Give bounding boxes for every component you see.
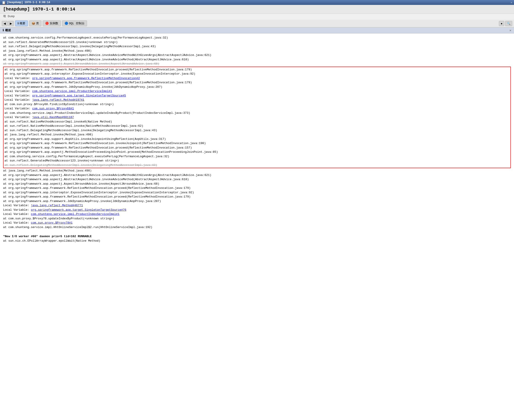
stack-line: Local Variable: com.shunteng.service.imp… [3,212,511,217]
stack-line: at org.springframework.aop.framework.Ref… [4,80,510,85]
local-var-prefix: Local Variable: [4,107,32,110]
local-var-link[interactable]: org.springframework.aop.framework.Reflec… [32,77,140,80]
stack-line: at sun.reflect.NativeMethodAccessorImpl.… [4,124,510,128]
nav-arrows: ◀ ▶ [2,21,14,26]
stack-line: at org.springframework.aop.framework.Jdk… [4,85,510,89]
local-var-link[interactable]: com.sun.proxy.$Proxy68#1 [32,107,74,110]
overview-button[interactable]: ℹ 概要 [15,21,28,26]
blank-line [3,229,511,231]
content-area[interactable]: at com.shunteng.service.config.Performan… [0,33,514,420]
search-button[interactable]: 🔍 [505,21,512,26]
stack-line: at com.sun.proxy.$Proxy78.updateIndexByP… [3,217,511,221]
window-icon: 📋 [2,1,6,4]
stack-line: at java.lang.reflect.Method.invoke(Metho… [3,49,511,53]
title-bar: 📋 [heapdump] 1970-1-1 8:00:14 ✕ [0,0,514,5]
section-icon: ℹ [3,29,4,32]
highlighted-block: at org.springframework.aop.framework.Ref… [3,67,511,168]
stack-line: Local Variable: org.springframework.aop.… [3,208,511,212]
instance-label: 实例数 [50,21,58,25]
class-label: 类 [36,21,39,25]
stack-line: at org.springframework.aop.aspectj.Abstr… [3,57,511,62]
local-var-prefix: Local Variable: [4,90,32,93]
local-var-link[interactable]: java.lang.reflect.Method#19741 [32,98,84,102]
stack-line: at org.springframework.aop.aspectj.Abstr… [3,53,511,57]
stack-line: Local Variable: org.springframework.aop.… [4,76,510,81]
class-icon: 📦 [32,22,35,25]
local-var-link[interactable]: java.lang.reflect.Method#46771 [31,204,83,207]
local-var-link[interactable]: com.shunteng.service.impl.ProductService… [32,90,112,93]
stack-line: at org.springframework.aop.aspectj.Metho… [4,150,510,154]
stack-line: at sun.nio.ch.EPollArrayWrapper.epollWai… [3,239,511,243]
stack-line: Local Variable: com.sun.proxy.$Proxy68#1 [4,106,510,111]
oql-button[interactable]: 🔵 OQL 控制台 [62,21,87,26]
stack-line: at org.springframework.aop.aspectj.Abstr… [3,173,511,178]
stack-line: Local Variable: org.springframework.aop.… [4,94,510,98]
title-bar-text: [heapdump] 1970-1-1 8:00:14 [7,1,50,4]
stack-line: at sun.reflect.NativeMethodAccessorImpl.… [4,120,510,124]
stack-line: at sun.reflect.DelegatingMethodAccessorI… [3,44,511,49]
stack-line: Local Variable: com.shunteng.service.imp… [4,89,510,94]
stack-line: at com.shunteng.service.config.Performan… [3,36,511,40]
oql-icon: 🔵 [65,22,68,25]
toolbar-right: ● 🔍 [499,21,512,26]
thread-header: "New I/O worker #66" daemon prio=5 tid=1… [3,234,511,239]
local-var-prefix: Local Variable: [4,116,32,119]
back-button[interactable]: ◀ [2,21,7,26]
stack-line: at org.springframework.aop.framework.Ref… [4,141,510,146]
local-var-prefix: Local Variable: [4,77,32,80]
stack-line: at sun.reflect.DelegatingMethodAccessorI… [4,163,510,167]
local-var-link[interactable]: com.sun.proxy.$Proxy78#1 [31,221,73,225]
stack-line: at java.lang.reflect.Method.invoke(Metho… [3,169,511,173]
class-button[interactable]: 📦 类 [29,21,41,26]
section-label: 概述 [5,28,11,32]
local-var-link[interactable]: org.springframework.aop.target.Singleton… [31,208,126,211]
local-var-link[interactable]: com.shunteng.service.impl.ProductIndexSe… [31,212,119,216]
stack-line: at org.springframework.aop.framework.Ref… [3,195,511,199]
stack-line: at org.springframework.aop.framework.Jdk… [3,199,511,203]
stack-line: at com.shunteng.service.impl.HhtOnlineSe… [3,225,511,230]
local-var-prefix: Local Variable: [4,98,32,102]
window-title: [heapdump] 1970-1-1 8:00:14 [0,5,514,14]
local-var-prefix: Local Variable: [3,208,31,211]
local-var-prefix: Local Variable: [4,94,32,97]
stack-line: at com.sun.proxy.$Proxy68.findListByCond… [4,102,510,107]
stack-line: at org.springframework.aop.framework.Ref… [4,68,510,72]
close-button[interactable]: ✕ [511,1,512,4]
stack-line: at org.springframework.aop.interceptor.E… [4,72,510,76]
stack-line: at org.springframework.aop.interceptor.E… [3,190,511,195]
local-var-link[interactable]: org.springframework.aop.target.Singleton… [32,94,126,97]
instance-button[interactable]: 🔴 实例数 [43,21,61,26]
overview-icon: ℹ [18,22,19,25]
section-close-button[interactable]: ✕ [510,29,511,32]
dot-button[interactable]: ● [499,21,504,26]
stack-line: at sun.reflect.GeneratedMethodAccessor12… [4,158,510,163]
stack-line: at sun.reflect.GeneratedMethodAccessor12… [3,40,511,45]
local-var-prefix: Local Variable: [3,221,31,225]
toolbar: ◀ ▶ ℹ 概要 📦 类 🔴 实例数 🔵 OQL 控制台 ● 🔍 [0,20,514,27]
stack-line: at org.springframework.aop.aspectj.Abstr… [3,177,511,182]
stack-line: at java.lang.reflect.Method.invoke(Metho… [4,133,510,137]
stack-line: at com.shunteng.service.config.Performan… [4,154,510,159]
local-var-prefix: Local Variable: [3,212,31,216]
stack-line: Local Variable: java.util.HashMap#601187 [4,115,510,120]
local-var-prefix: Local Variable: [3,204,31,207]
stack-line: at sun.reflect.DelegatingMethodAccessorI… [4,128,510,133]
stack-line: at org.springframework.aop.framework.Ref… [3,186,511,190]
oql-label: OQL 控制台 [69,21,85,25]
section-header: ℹ 概述 ✕ [0,27,514,33]
stack-line: Local Variable: java.lang.reflect.Method… [3,203,511,208]
subtitle: 堆 Dump [0,14,514,20]
stack-line: at com.shunteng.service.impl.ProductInde… [4,111,510,115]
stack-line: Local Variable: java.lang.reflect.Method… [4,98,510,102]
stack-line: at org.springframework.aop.aspectj.Aspec… [3,62,511,66]
stack-line: at org.springframework.aop.aspectj.Aspec… [3,182,511,186]
stack-line: at org.springframework.aop.framework.Ref… [4,146,510,150]
local-var-link[interactable]: java.util.HashMap#601187 [32,116,74,119]
forward-button[interactable]: ▶ [8,21,14,26]
instance-icon: 🔴 [45,22,49,25]
stack-line: at org.springframework.aop.support.AopUt… [4,137,510,141]
stack-line: Local Variable: com.sun.proxy.$Proxy78#1 [3,221,511,225]
overview-label: 概要 [20,21,25,25]
